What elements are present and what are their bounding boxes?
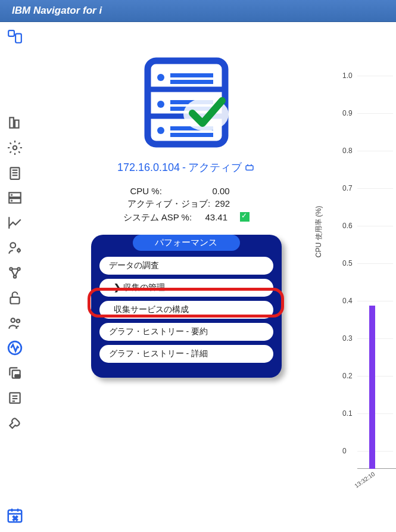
svg-point-4 (13, 146, 17, 150)
server-status: アクティブ (188, 160, 242, 175)
svg-point-15 (10, 267, 12, 270)
svg-rect-35 (170, 73, 213, 77)
calendar-icon[interactable]: ✕ (6, 506, 24, 524)
chart-line-icon[interactable] (6, 214, 24, 232)
svg-rect-46 (246, 166, 253, 170)
y-tick: 0.6 (342, 222, 353, 230)
server-status-icon (136, 52, 237, 155)
dashboard-icon[interactable] (6, 28, 24, 46)
perf-item-investigate[interactable]: データの調査 (99, 257, 273, 275)
svg-point-17 (14, 275, 16, 278)
svg-rect-1 (15, 34, 21, 43)
svg-point-14 (17, 249, 20, 251)
svg-rect-44 (170, 133, 213, 137)
y-tick: 0.2 (342, 372, 353, 380)
performance-header: パフォーマンス (133, 235, 240, 251)
chevron-right-icon: ❯ (114, 282, 121, 292)
svg-rect-3 (15, 120, 19, 128)
asp-value: 43.41 (205, 212, 235, 223)
svg-rect-2 (10, 117, 13, 127)
perf-item-manage-collection[interactable]: ❯収集の管理 (99, 279, 273, 297)
cpu-value: 0.00 (213, 186, 242, 196)
lock-icon[interactable] (6, 289, 24, 307)
battery-icon[interactable] (6, 164, 24, 182)
perf-item-history-summary[interactable]: グラフ・ヒストリー - 要約 (99, 323, 273, 341)
copy-icon[interactable]: 000 (6, 364, 24, 382)
svg-rect-5 (10, 167, 19, 179)
asp-label: システム ASP %: (123, 212, 201, 223)
svg-point-34 (157, 74, 164, 81)
server-ip: 172.16.0.104 (117, 161, 180, 174)
y-tick: 0.9 (342, 109, 353, 117)
performance-card: パフォーマンス データの調査 ❯収集の管理 収集サービスの構成 グラフ・ヒストリ… (91, 235, 282, 378)
y-tick: 0.5 (342, 259, 353, 267)
y-tick: 0.3 (342, 334, 353, 343)
cpu-chart: CPU 使用率 (%) 00.10.20.30.40.50.60.70.80.9… (325, 70, 396, 487)
server-icon[interactable] (6, 189, 24, 207)
y-tick: 0.7 (342, 184, 353, 192)
svg-point-16 (17, 267, 20, 270)
svg-rect-36 (170, 80, 213, 84)
performance-icon[interactable] (6, 339, 24, 357)
y-tick: 0.8 (342, 147, 353, 155)
svg-point-13 (10, 242, 15, 248)
y-tick: 0.1 (342, 409, 353, 418)
network-icon[interactable] (6, 264, 24, 282)
svg-rect-0 (8, 30, 14, 36)
svg-point-11 (11, 195, 12, 195)
svg-point-38 (157, 101, 164, 108)
building-icon[interactable] (6, 114, 24, 132)
users-icon[interactable] (6, 314, 24, 332)
chart-bar (369, 306, 375, 469)
center-panel: 172.16.0.104 - アクティブ CPU %: 0.00 アクティブ・ジ… (48, 34, 325, 530)
wrench-icon[interactable] (6, 414, 24, 432)
jobs-label: アクティブ・ジョブ: (127, 198, 210, 210)
cpu-label: CPU %: (130, 186, 208, 196)
y-tick: 0 (342, 447, 347, 455)
stats-block: CPU %: 0.00 アクティブ・ジョブ: 292 システム ASP %: 4… (123, 183, 250, 226)
svg-point-42 (157, 127, 164, 134)
check-badge (240, 212, 250, 222)
perf-item-history-detail[interactable]: グラフ・ヒストリー - 詳細 (99, 345, 273, 363)
sidebar: 000 ✕ (0, 22, 30, 530)
title-bar: IBM Navigator for i (0, 0, 396, 22)
x-tick: 13:32:10 (353, 471, 376, 489)
app-title: IBM Navigator for i (12, 5, 102, 16)
svg-point-19 (11, 318, 15, 322)
gear-icon[interactable] (6, 139, 24, 157)
y-axis-label: CPU 使用率 (%) (314, 206, 324, 257)
link-icon (244, 162, 255, 173)
svg-text:000: 000 (15, 374, 20, 378)
chart-panel: CPU 使用率 (%) 00.10.20.30.40.50.60.70.80.9… (325, 34, 396, 530)
svg-point-12 (11, 200, 12, 201)
y-tick: 0.4 (342, 297, 353, 305)
y-tick: 1.0 (342, 71, 353, 80)
svg-text:✕: ✕ (13, 515, 18, 522)
svg-rect-18 (10, 297, 19, 304)
svg-point-20 (17, 319, 20, 322)
list-icon[interactable] (6, 389, 24, 407)
jobs-value: 292 (215, 198, 245, 210)
server-label[interactable]: 172.16.0.104 - アクティブ (117, 160, 255, 175)
perf-item-collection-config[interactable]: 収集サービスの構成 (99, 301, 273, 319)
user-gear-icon[interactable] (6, 239, 24, 257)
